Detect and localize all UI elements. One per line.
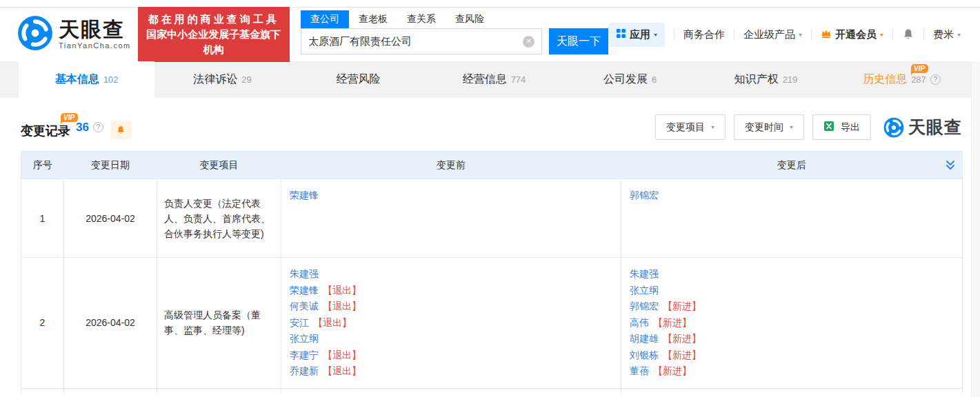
menu-divider <box>923 30 924 40</box>
nav-tab-count: 102 <box>103 74 119 85</box>
nav-tab-label: 基本信息 <box>55 72 99 87</box>
chevron-down-icon: ▾ <box>957 32 961 38</box>
brand-domain: TianYanCha.com <box>59 41 131 50</box>
help-icon[interactable]: ? <box>93 122 103 132</box>
notifications-bell[interactable] <box>902 28 914 41</box>
menu-divider <box>892 30 893 40</box>
person-status-tag: 【退出】 <box>323 285 361 296</box>
chevron-down-icon: ▾ <box>711 124 714 130</box>
nav-tab-5[interactable]: 知识产权219 <box>698 61 834 98</box>
person-line: 刘银栋【新进】 <box>630 347 954 364</box>
person-link[interactable]: 何美诚 <box>290 301 319 312</box>
search-tab-2[interactable]: 查关系 <box>397 10 446 28</box>
person-link[interactable]: 朱建强 <box>290 268 319 279</box>
person-link[interactable]: 荣建锋 <box>290 285 319 296</box>
cell-no: 2 <box>21 258 64 389</box>
nav-tab-label: 经营风险 <box>337 72 381 87</box>
person-link[interactable]: 安江 <box>290 317 309 328</box>
change-record-section-head: VIP 变更记录 36 ? 变更项目 ▾ 变更时间 ▾ 导出 <box>21 114 962 140</box>
search-tabs: 查公司查老板查关系查风险 <box>301 10 608 28</box>
col-header-after-label: 变更后 <box>777 159 806 170</box>
search-tab-3[interactable]: 查风险 <box>446 10 494 28</box>
search-input[interactable] <box>308 36 523 48</box>
person-line: 何美诚【退出】 <box>290 298 612 315</box>
filter-time-label: 变更时间 <box>745 121 783 134</box>
subscribe-bell-button[interactable] <box>110 121 132 139</box>
person-link[interactable]: 朱建强 <box>630 268 659 279</box>
cell-empty <box>21 388 64 394</box>
bell-icon <box>116 125 126 135</box>
person-line: 朱建强 <box>630 266 954 283</box>
nav-tab-label: 经营信息 <box>463 72 507 87</box>
cell-before: 荣建锋 <box>281 179 621 258</box>
menu-divider <box>811 30 812 40</box>
person-link[interactable]: 董蓓 <box>630 365 649 376</box>
person-link[interactable]: 刘银栋 <box>630 349 659 360</box>
vertical-scrollbar[interactable] <box>971 62 980 397</box>
nav-tab-6[interactable]: 历史信息287VIP? <box>834 61 970 98</box>
person-status-tag: 【新进】 <box>663 349 701 360</box>
person-link[interactable]: 张立纲 <box>290 333 319 344</box>
cell-date: 2026-04-02 <box>64 179 157 258</box>
tianyancha-logo[interactable]: 天眼查 TianYanCha.com <box>17 15 131 54</box>
person-link[interactable]: 张立纲 <box>630 285 659 296</box>
nav-tab-count: 6 <box>652 74 657 85</box>
export-button[interactable]: 导出 <box>812 114 871 140</box>
nav-tab-count: 29 <box>241 74 251 85</box>
tianyancha-swirl-icon <box>17 15 53 54</box>
person-link[interactable]: 胡建雄 <box>630 333 659 344</box>
vip-badge: VIP <box>61 113 78 122</box>
section-count: 36 <box>76 121 89 134</box>
search-tab-1[interactable]: 查老板 <box>349 10 397 28</box>
nav-tab-label: 历史信息 <box>863 72 907 87</box>
nav-tab-4[interactable]: 公司发展6 <box>562 61 698 98</box>
nav-tab-2[interactable]: 经营风险 <box>290 61 426 98</box>
person-link[interactable]: 郭锦宏 <box>630 190 659 201</box>
search-clear-icon[interactable]: × <box>523 36 534 48</box>
person-link[interactable]: 高伟 <box>630 317 649 328</box>
search-button[interactable]: 天眼一下 <box>549 28 608 54</box>
col-header-date: 变更日期 <box>64 152 157 179</box>
table-row-2: 22026-04-02高级管理人员备案（董事、监事、经理等)朱建强荣建锋【退出】… <box>21 258 963 389</box>
header-menu: 应用 ▾ 商务合作 企业级产品 ▾ 开通会员 ▾ <box>608 23 961 47</box>
help-icon[interactable]: ? <box>930 74 941 85</box>
table-row-partial <box>21 388 963 394</box>
nav-tab-count: 219 <box>783 74 798 85</box>
person-line: 荣建锋【退出】 <box>290 283 612 299</box>
menu-divider <box>674 30 674 40</box>
menu-cooperation[interactable]: 商务合作 <box>683 28 725 41</box>
person-status-tag: 【退出】 <box>323 349 361 360</box>
menu-membership[interactable]: 开通会员 ▾ <box>821 28 883 41</box>
cell-after: 朱建强张立纲郭锦宏【新进】高伟【新进】胡建雄【新进】刘银栋【新进】董蓓【新进】 <box>621 258 963 389</box>
person-line: 胡建雄【新进】 <box>630 331 954 347</box>
menu-apps[interactable]: 应用 ▾ <box>608 23 665 47</box>
chevron-down-icon: ▾ <box>790 124 793 130</box>
cell-after: 郭锦宏 <box>621 179 963 258</box>
nav-tab-3[interactable]: 经营信息774 <box>426 61 562 98</box>
user-menu[interactable]: 费米 ▾ <box>933 28 961 41</box>
search-tab-0[interactable]: 查公司 <box>301 10 349 28</box>
person-link[interactable]: 郭锦宏 <box>630 301 659 312</box>
col-header-project: 变更项目 <box>157 152 281 179</box>
filter-change-time-button[interactable]: 变更时间 ▾ <box>734 114 804 140</box>
nav-tab-0[interactable]: 基本信息102 <box>19 61 154 98</box>
filter-change-project-button[interactable]: 变更项目 ▾ <box>655 114 726 140</box>
table-row-1: 12026-04-02负责人变更（法定代表人、负责人、首席代表、合伙事务执行人等… <box>21 179 963 258</box>
nav-tab-count: 287 <box>911 74 926 85</box>
menu-membership-label: 开通会员 <box>835 28 877 41</box>
cell-project: 负责人变更（法定代表人、负责人、首席代表、合伙事务执行人等变更) <box>157 179 281 258</box>
nav-tab-1[interactable]: 法律诉讼29 <box>154 61 290 98</box>
person-link[interactable]: 乔建新 <box>290 365 319 376</box>
username-label: 费米 <box>933 28 954 41</box>
col-header-no: 序号 <box>21 152 64 179</box>
person-status-tag: 【新进】 <box>663 301 701 312</box>
person-status-tag: 【新进】 <box>663 333 701 344</box>
crown-icon <box>821 28 832 41</box>
person-status-tag: 【退出】 <box>323 365 361 376</box>
search-input-wrap: × <box>301 28 542 54</box>
menu-enterprise[interactable]: 企业级产品 ▾ <box>743 28 802 41</box>
excel-icon <box>823 121 834 134</box>
person-link[interactable]: 李建宁 <box>290 349 319 360</box>
person-link[interactable]: 荣建锋 <box>290 190 319 201</box>
expand-all-chevron-icon[interactable] <box>945 159 956 171</box>
